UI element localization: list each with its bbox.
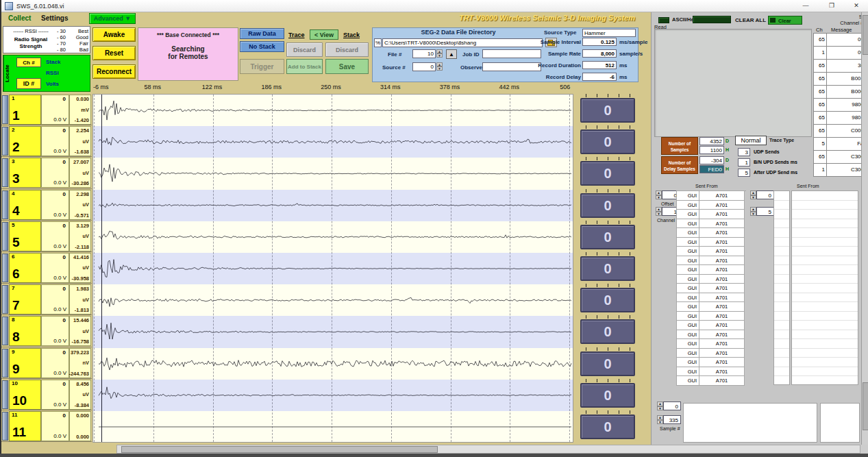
sent-from-row[interactable]: GUI A701 — [676, 201, 746, 210]
channel-locate-led[interactable] — [2, 127, 8, 156]
channel-locate-led[interactable] — [2, 190, 8, 219]
file-number-value[interactable]: 10 — [412, 49, 436, 58]
channel-locate-led[interactable] — [2, 285, 8, 314]
channel-id-cell[interactable]: 9 9 — [9, 348, 41, 378]
udp-value[interactable]: 1 — [738, 158, 750, 166]
sent-from-row[interactable]: GUI A701 — [676, 247, 746, 256]
channel-locate-led[interactable] — [2, 412, 8, 441]
channel-locate-led[interactable] — [2, 95, 8, 124]
sent-from-row[interactable]: GUI A701 — [676, 191, 746, 201]
source-number-value[interactable]: 0 — [412, 62, 436, 71]
sent-from-row[interactable]: GUI A701 — [676, 210, 746, 219]
sent-from-row[interactable]: GUI A701 — [676, 376, 746, 386]
right-spinner-bottom-arrows[interactable]: ▲▼ — [750, 207, 756, 216]
trace-type-value[interactable]: Normal — [735, 136, 767, 145]
message-row[interactable]: 65 9801 — [813, 112, 867, 125]
right-spinner-bottom-value[interactable]: 5 — [756, 207, 774, 216]
sent-from-row[interactable]: GUI A701 — [676, 339, 746, 349]
vertical-scrollbar[interactable] — [861, 12, 868, 445]
minimize-button[interactable]: — — [793, 0, 819, 12]
bottom-spinner-1-value[interactable]: 0 — [663, 402, 681, 410]
message-row[interactable]: 65 B000 — [813, 86, 867, 99]
channel-id-cell[interactable]: 2 2 — [9, 126, 41, 156]
sent-from-row[interactable]: GUI A701 — [676, 265, 746, 275]
sample-number-value[interactable]: 335 — [663, 415, 681, 424]
vertical-scrollbar-thumb-top[interactable] — [863, 15, 868, 55]
menu-settings[interactable]: Settings — [41, 14, 68, 22]
reset-button[interactable]: Reset — [92, 46, 136, 60]
sent-from-row[interactable]: GUI A701 — [676, 219, 746, 229]
right-spinner-top-value[interactable]: 0 — [756, 190, 774, 199]
discard-trace-button[interactable]: Discard — [286, 42, 323, 57]
save-button[interactable]: Save — [325, 59, 369, 74]
channel-locate-led[interactable] — [2, 158, 8, 187]
trigger-button[interactable]: Trigger — [240, 59, 284, 74]
discard-stack-button[interactable]: Discard — [325, 42, 369, 57]
sent-from-row[interactable]: GUI A701 — [676, 330, 746, 340]
message-row[interactable]: 65 C005 — [813, 125, 867, 138]
maximize-button[interactable]: ❐ — [819, 0, 845, 12]
right-spinner-bottom[interactable]: ▲▼ 5 — [750, 207, 774, 216]
clear-all-button[interactable]: CLEAR ALL — [735, 17, 766, 23]
locate-label[interactable]: Locate — [3, 55, 14, 91]
awake-button[interactable]: Awake — [92, 27, 136, 42]
sample-number-arrows[interactable]: ▲▼ — [657, 415, 663, 424]
channel-locate-led[interactable] — [2, 317, 8, 345]
channel-id-cell[interactable]: 11 11 — [9, 411, 41, 441]
udp-value[interactable]: 5 — [738, 169, 750, 177]
channel-arrows[interactable]: ▲▼ — [656, 207, 662, 216]
reconnect-button[interactable]: Reconnect — [92, 64, 136, 79]
close-button[interactable]: ✕ — [843, 0, 868, 12]
channel-id-cell[interactable]: 7 7 — [9, 284, 41, 314]
bottom-spinner-1[interactable]: ▲▼ 0 — [657, 402, 681, 410]
channel-id-cell[interactable]: 3 3 — [9, 158, 41, 188]
channel-locate-led[interactable] — [2, 222, 8, 251]
channel-locate-led[interactable] — [2, 349, 8, 378]
read-indicator[interactable] — [693, 16, 731, 23]
channel-locate-led[interactable] — [2, 254, 8, 282]
no-stack-button[interactable]: No Stack — [240, 41, 284, 52]
horizontal-scrollbar[interactable] — [116, 445, 860, 454]
file-down-arrow[interactable]: ▼ — [436, 53, 443, 58]
bottom-display-1[interactable] — [683, 403, 817, 443]
empty-list-wide[interactable] — [791, 190, 858, 385]
message-row[interactable]: 65 9800 — [813, 99, 867, 112]
channel-id-cell[interactable]: 1 1 — [9, 95, 41, 125]
seismic-trace-plot[interactable] — [92, 94, 573, 443]
right-spinner-top[interactable]: ▲▼ 0 — [750, 190, 774, 199]
sent-from-row[interactable]: GUI A701 — [676, 302, 746, 312]
channel-id-cell[interactable]: 6 6 — [9, 253, 41, 283]
sent-from-row[interactable]: GUI A701 — [676, 228, 746, 238]
udp-value[interactable]: 3 — [738, 148, 750, 156]
source-number-stepper[interactable]: ▲▼ — [436, 62, 443, 71]
message-row[interactable]: 65 30 — [813, 60, 867, 73]
message-row[interactable]: 65 09 — [813, 34, 867, 47]
sent-from-row[interactable]: GUI A701 — [676, 349, 746, 358]
add-to-stack-button[interactable]: Add to Stack — [286, 59, 323, 74]
sent-from-row[interactable]: GUI A701 — [676, 367, 746, 377]
sent-from-row[interactable]: GUI A701 — [676, 312, 746, 321]
vertical-scrollbar-thumb-bottom[interactable] — [863, 382, 868, 430]
empty-list-narrow[interactable] — [773, 190, 790, 385]
source-type-value[interactable]: Hammer — [582, 29, 636, 37]
channel-locate-led[interactable] — [2, 380, 8, 409]
sample-number-spinner[interactable]: ▲▼ 335 — [657, 415, 681, 424]
sent-from-row[interactable]: GUI A701 — [676, 238, 746, 247]
horizontal-scrollbar-thumb[interactable] — [121, 446, 438, 453]
menu-collect[interactable]: Collect — [8, 14, 31, 22]
channel-id-cell[interactable]: 5 5 — [9, 221, 41, 251]
ascii-hex-led[interactable] — [658, 17, 669, 23]
menu-advanced[interactable]: Advanced ▼ — [89, 13, 136, 24]
sent-from-row[interactable]: GUI A701 — [676, 275, 746, 284]
sent-from-row[interactable]: GUI A701 — [676, 321, 746, 330]
raw-data-button[interactable]: Raw Data — [240, 28, 284, 39]
message-row[interactable]: 65 B001 — [813, 73, 867, 86]
message-row[interactable]: 1 09 — [813, 47, 867, 60]
view-button[interactable]: < View — [310, 29, 338, 40]
right-spinner-top-arrows[interactable]: ▲▼ — [750, 190, 756, 199]
bottom-spinner-1-arrows[interactable]: ▲▼ — [657, 402, 663, 410]
source-down-arrow[interactable]: ▼ — [436, 66, 443, 71]
sent-from-row[interactable]: GUI A701 — [676, 358, 746, 367]
sent-from-row[interactable]: GUI A701 — [676, 256, 746, 266]
ascii-hex-display[interactable] — [654, 29, 812, 137]
